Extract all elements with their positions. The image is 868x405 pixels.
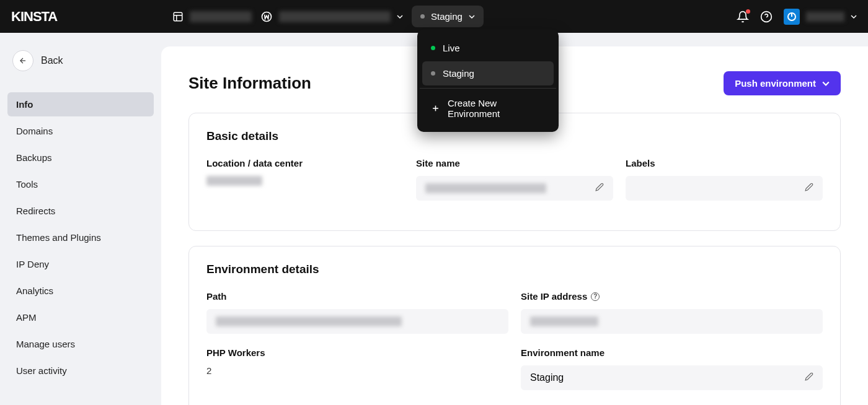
envname-value: Staging bbox=[530, 372, 564, 383]
field-path: Path bbox=[206, 291, 508, 334]
field-envname: Environment name Staging bbox=[521, 347, 823, 390]
sidebar-item-activity[interactable]: User activity bbox=[7, 359, 154, 383]
push-environment-button[interactable]: Push environment bbox=[724, 71, 841, 95]
help-icon[interactable] bbox=[760, 11, 773, 23]
topbar-right bbox=[737, 9, 857, 25]
env-selector-label: Staging bbox=[431, 11, 463, 22]
sidebar-item-tools[interactable]: Tools bbox=[7, 172, 154, 196]
user-name-blur bbox=[806, 12, 844, 22]
chevron-down-icon bbox=[397, 14, 403, 20]
crumb-blur bbox=[279, 11, 391, 22]
env-option-live[interactable]: Live bbox=[422, 36, 554, 60]
chevron-down-icon bbox=[822, 80, 830, 87]
plus-icon bbox=[431, 103, 440, 113]
notifications-icon[interactable] bbox=[737, 11, 749, 23]
topbar: KINSTA Staging bbox=[0, 0, 868, 33]
sidebar-item-redirects[interactable]: Redirects bbox=[7, 199, 154, 223]
field-label: Site IP address ? bbox=[521, 291, 823, 302]
env-option-label: Live bbox=[443, 43, 460, 53]
field-sitename: Site name bbox=[416, 158, 613, 201]
svg-rect-1 bbox=[174, 12, 182, 21]
status-dot-live-icon bbox=[431, 46, 435, 50]
sidebar-item-users[interactable]: Manage users bbox=[7, 332, 154, 356]
env-option-label: Create New Environment bbox=[448, 98, 545, 119]
environment-details-card: Environment details Path Site IP address… bbox=[188, 246, 841, 405]
sidebar-item-info[interactable]: Info bbox=[7, 92, 154, 116]
field-label: Labels bbox=[626, 158, 823, 168]
sidebar-item-themes[interactable]: Themes and Plugins bbox=[7, 225, 154, 250]
divider bbox=[420, 88, 556, 89]
sitename-value-blur bbox=[425, 183, 546, 193]
breadcrumb: Staging bbox=[172, 6, 484, 27]
field-label: PHP Workers bbox=[206, 347, 508, 358]
field-label: Location / data center bbox=[206, 158, 404, 168]
field-location: Location / data center bbox=[206, 158, 404, 201]
field-labels: Labels bbox=[626, 158, 823, 201]
env-option-create[interactable]: Create New Environment bbox=[422, 91, 554, 126]
env-option-label: Staging bbox=[443, 68, 474, 79]
push-button-label: Push environment bbox=[735, 78, 816, 89]
kinsta-logo[interactable]: KINSTA bbox=[11, 10, 67, 24]
path-value-blur bbox=[216, 316, 402, 326]
field-phpworkers: PHP Workers 2 bbox=[206, 347, 508, 390]
field-label: Site name bbox=[416, 158, 613, 168]
path-value-box bbox=[206, 309, 508, 334]
sidebar-item-ipdeny[interactable]: IP Deny bbox=[7, 252, 154, 276]
avatar bbox=[784, 9, 800, 25]
sidebar-item-analytics[interactable]: Analytics bbox=[7, 279, 154, 303]
phpworkers-value: 2 bbox=[206, 365, 508, 376]
crumb-blur bbox=[190, 11, 252, 22]
back-row: Back bbox=[7, 46, 154, 75]
arrow-left-icon bbox=[19, 56, 27, 65]
envname-input[interactable]: Staging bbox=[521, 365, 823, 390]
status-dot-icon bbox=[420, 14, 425, 19]
sidebar: Back Info Domains Backups Tools Redirect… bbox=[0, 33, 161, 405]
location-value-blur bbox=[206, 176, 262, 186]
environment-dropdown: Live Staging Create New Environment bbox=[417, 30, 559, 132]
field-label: Environment name bbox=[521, 347, 823, 358]
info-icon[interactable]: ? bbox=[591, 292, 600, 301]
field-label: Path bbox=[206, 291, 508, 302]
ip-value-box bbox=[521, 309, 823, 334]
back-label: Back bbox=[41, 55, 63, 66]
chevron-down-icon bbox=[851, 14, 857, 20]
edit-icon[interactable] bbox=[805, 183, 813, 194]
edit-icon[interactable] bbox=[595, 183, 604, 194]
sidebar-item-backups[interactable]: Backups bbox=[7, 146, 154, 170]
field-ip: Site IP address ? bbox=[521, 291, 823, 334]
crumb-company[interactable] bbox=[172, 11, 252, 22]
sitename-input[interactable] bbox=[416, 176, 613, 201]
env-option-staging[interactable]: Staging bbox=[422, 61, 554, 85]
card-title: Environment details bbox=[206, 263, 823, 276]
labels-input[interactable] bbox=[626, 176, 823, 201]
ip-value-blur bbox=[530, 316, 598, 326]
edit-icon[interactable] bbox=[805, 372, 813, 383]
crumb-site[interactable] bbox=[260, 11, 403, 23]
sidebar-item-apm[interactable]: APM bbox=[7, 305, 154, 329]
status-dot-icon bbox=[431, 71, 435, 76]
back-button[interactable] bbox=[12, 50, 33, 71]
page-title: Site Information bbox=[188, 74, 311, 93]
svg-text:KINSTA: KINSTA bbox=[11, 10, 58, 24]
notification-dot bbox=[746, 9, 750, 14]
chevron-down-icon bbox=[469, 14, 475, 20]
environment-selector[interactable]: Staging bbox=[412, 6, 484, 27]
user-menu[interactable] bbox=[784, 9, 857, 25]
sidebar-item-domains[interactable]: Domains bbox=[7, 119, 154, 143]
